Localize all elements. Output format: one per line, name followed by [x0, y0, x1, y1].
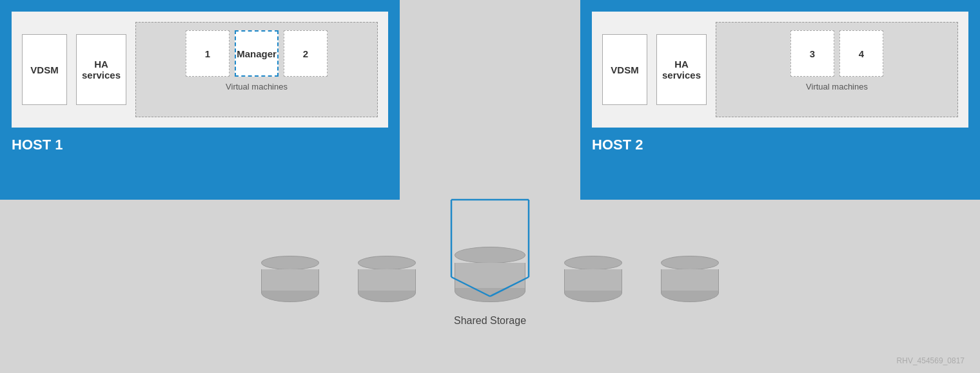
host1-vdsm: VDSM: [22, 34, 67, 105]
shared-disk-top: [455, 247, 525, 263]
disk1: [261, 256, 319, 302]
host2-inner: VDSM HA services 3 4 Vir: [592, 12, 968, 128]
disk2: [358, 256, 416, 302]
host2-ha-services: HA services: [656, 34, 707, 105]
host1-vm2: 2: [284, 30, 328, 77]
disk4-bottom: [564, 291, 622, 302]
disk2-bottom: [358, 291, 416, 302]
disk1-body: [261, 269, 319, 291]
host1-vm-boxes-row: 1 Manager 2: [186, 30, 328, 77]
host1-ha-services: HA services: [76, 34, 126, 105]
host1-block: VDSM HA services 1 Manager: [0, 0, 400, 200]
host1-vm-manager: Manager: [235, 30, 279, 77]
host1-vm-group-label: Virtual machines: [226, 82, 288, 91]
host2-vm-boxes-row: 3 4: [790, 30, 883, 77]
host2-vdsm: VDSM: [602, 34, 647, 105]
disk5-bottom: [661, 291, 719, 302]
shared-storage-disk: [455, 247, 525, 302]
host1-vm-group: 1 Manager 2 Virtual machines: [135, 22, 378, 117]
host2-vm-group-label: Virtual machines: [806, 82, 868, 91]
disk5: [661, 256, 719, 302]
disk1-top: [261, 256, 319, 270]
watermark: RHV_454569_0817: [897, 356, 965, 365]
disk4-top: [564, 256, 622, 270]
storage-row: [261, 247, 719, 302]
host1-label: HOST 1: [0, 128, 400, 160]
shared-disk-body: [455, 263, 525, 289]
disk1-bottom: [261, 291, 319, 302]
disk2-body: [358, 269, 416, 291]
storage-section: Shared Storage RHV_454569_0817: [0, 200, 980, 373]
host2-block: VDSM HA services 3 4 Vir: [580, 0, 980, 200]
host2-label: HOST 2: [580, 128, 980, 160]
host1-vm1: 1: [186, 30, 230, 77]
disk4-body: [564, 269, 622, 291]
host2-vm-group: 3 4 Virtual machines: [716, 22, 958, 117]
hosts-row: VDSM HA services 1 Manager: [0, 0, 980, 200]
host2-vm4: 4: [839, 30, 883, 77]
disk5-body: [661, 269, 719, 291]
shared-storage-label: Shared Storage: [454, 315, 526, 327]
host1-inner: VDSM HA services 1 Manager: [12, 12, 388, 128]
host-gap: [490, 0, 580, 200]
disk5-top: [661, 256, 719, 270]
host2-vm3: 3: [790, 30, 834, 77]
main-container: VDSM HA services 1 Manager: [0, 0, 980, 373]
disk4: [564, 256, 622, 302]
shared-disk-bottom: [455, 288, 525, 302]
disk2-top: [358, 256, 416, 270]
